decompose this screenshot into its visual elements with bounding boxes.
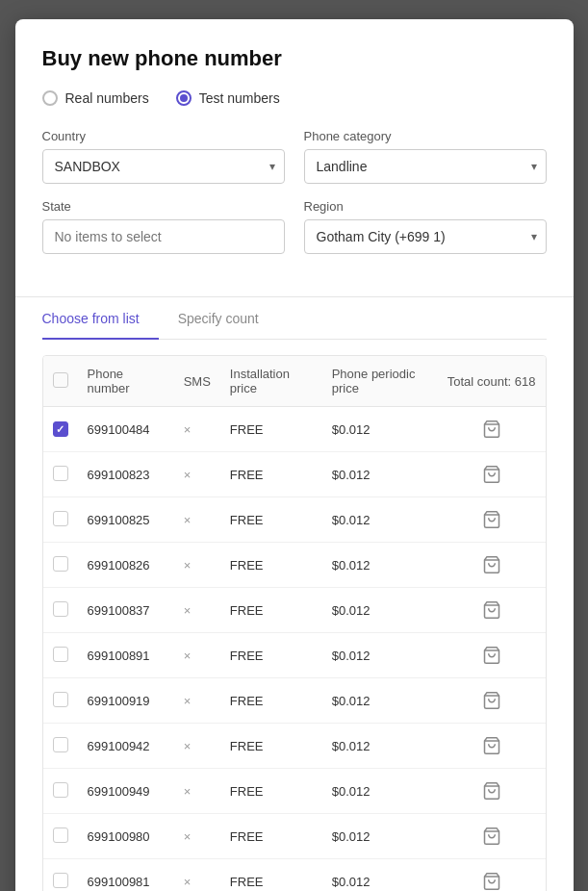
tab-bar: Choose from list Specify count <box>42 297 547 340</box>
table-row: 699100837 × FREE $0.012 <box>43 588 546 633</box>
table-row: 699100826 × FREE $0.012 <box>43 543 546 588</box>
header-periodic-price: Phone periodic price <box>322 356 438 407</box>
region-group: Region Gotham City (+699 1) ▾ <box>304 199 547 254</box>
real-numbers-label: Real numbers <box>65 90 149 106</box>
region-select-wrapper: Gotham City (+699 1) ▾ <box>304 219 547 254</box>
row-checkbox[interactable] <box>53 827 68 843</box>
country-category-row: Country SANDBOX ▾ Phone category Landlin… <box>42 129 547 184</box>
row-checkbox[interactable] <box>53 782 68 798</box>
row-checkbox[interactable] <box>53 737 68 752</box>
phone-category-select[interactable]: Landline <box>304 149 547 184</box>
periodic-price-cell: $0.012 <box>322 814 438 859</box>
installation-price-cell: FREE <box>220 814 322 859</box>
add-to-cart-icon[interactable] <box>447 600 536 620</box>
installation-price-cell: FREE <box>220 678 322 724</box>
table-row: 699100981 × FREE $0.012 <box>43 859 546 892</box>
header-total-count: Total count: 618 <box>438 356 546 407</box>
row-checkbox[interactable] <box>53 692 68 707</box>
phone-number-cell: 699100981 <box>78 859 174 892</box>
add-to-cart-icon[interactable] <box>447 736 536 755</box>
phone-category-group: Phone category Landline ▾ <box>304 129 547 184</box>
buy-phone-number-modal: Buy new phone number Real numbers Test n… <box>15 19 574 891</box>
row-checkbox[interactable] <box>53 421 68 437</box>
sms-cell: × <box>174 452 220 497</box>
row-checkbox-cell <box>43 407 78 452</box>
periodic-price-cell: $0.012 <box>322 452 438 497</box>
phone-numbers-table-wrapper: Phone number SMS Installation price Phon… <box>42 355 547 891</box>
installation-price-cell: FREE <box>220 724 322 769</box>
add-to-cart-icon[interactable] <box>447 781 536 801</box>
row-checkbox[interactable] <box>53 647 68 662</box>
country-label: Country <box>42 129 285 143</box>
row-checkbox[interactable] <box>53 466 68 481</box>
periodic-price-cell: $0.012 <box>322 588 438 633</box>
state-input[interactable] <box>42 219 285 254</box>
cart-cell <box>438 452 546 497</box>
sms-icon: × <box>184 739 192 753</box>
periodic-price-cell: $0.012 <box>322 678 438 724</box>
installation-price-cell: FREE <box>220 407 322 452</box>
test-numbers-radio[interactable] <box>176 90 192 106</box>
country-group: Country SANDBOX ▾ <box>42 129 285 184</box>
periodic-price-cell: $0.012 <box>322 497 438 543</box>
add-to-cart-icon[interactable] <box>447 827 536 846</box>
add-to-cart-icon[interactable] <box>447 420 536 439</box>
row-checkbox[interactable] <box>53 511 68 526</box>
add-to-cart-icon[interactable] <box>447 646 536 665</box>
phone-number-cell: 699100949 <box>78 769 174 814</box>
installation-price-cell: FREE <box>220 769 322 814</box>
sms-icon: × <box>184 468 192 482</box>
sms-icon: × <box>184 694 192 708</box>
table-row: 699100949 × FREE $0.012 <box>43 769 546 814</box>
installation-price-cell: FREE <box>220 497 322 543</box>
sms-icon: × <box>184 829 192 844</box>
add-to-cart-icon[interactable] <box>447 691 536 710</box>
row-checkbox[interactable] <box>53 873 68 888</box>
region-select[interactable]: Gotham City (+699 1) <box>304 219 547 254</box>
phone-number-cell: 699100823 <box>78 452 174 497</box>
tab-specify-count[interactable]: Specify count <box>159 297 278 340</box>
phone-number-cell: 699100919 <box>78 678 174 724</box>
state-group: State <box>42 199 285 254</box>
add-to-cart-icon[interactable] <box>447 510 536 529</box>
add-to-cart-icon[interactable] <box>447 555 536 574</box>
phone-numbers-table: Phone number SMS Installation price Phon… <box>43 356 546 891</box>
table-row: 699100825 × FREE $0.012 <box>43 497 546 543</box>
phone-numbers-tbody: 699100484 × FREE $0.012 <box>43 407 546 892</box>
cart-cell <box>438 407 546 452</box>
header-checkbox-cell <box>43 356 78 407</box>
tabs-section: Choose from list Specify count <box>15 297 574 340</box>
select-all-checkbox[interactable] <box>53 372 68 388</box>
installation-price-cell: FREE <box>220 633 322 678</box>
phone-number-cell: 699100980 <box>78 814 174 859</box>
phone-number-cell: 699100891 <box>78 633 174 678</box>
row-checkbox-cell <box>43 452 78 497</box>
country-select[interactable]: SANDBOX <box>42 149 285 184</box>
number-type-radio-group: Real numbers Test numbers <box>42 90 547 106</box>
sms-icon: × <box>184 422 192 437</box>
row-checkbox[interactable] <box>53 556 68 572</box>
header-phone-number: Phone number <box>78 356 174 407</box>
table-header: Phone number SMS Installation price Phon… <box>43 356 546 407</box>
real-numbers-option[interactable]: Real numbers <box>42 90 149 106</box>
row-checkbox[interactable] <box>53 601 68 617</box>
phone-category-label: Phone category <box>304 129 547 143</box>
phone-number-cell: 699100837 <box>78 588 174 633</box>
modal-title: Buy new phone number <box>42 46 547 71</box>
phone-number-cell: 699100825 <box>78 497 174 543</box>
table-row: 699100823 × FREE $0.012 <box>43 452 546 497</box>
installation-price-cell: FREE <box>220 452 322 497</box>
table-row: 699100919 × FREE $0.012 <box>43 678 546 724</box>
test-numbers-option[interactable]: Test numbers <box>176 90 280 106</box>
tab-choose-from-list[interactable]: Choose from list <box>42 297 159 340</box>
add-to-cart-icon[interactable] <box>447 465 536 484</box>
add-to-cart-icon[interactable] <box>447 872 536 891</box>
phone-number-cell: 699100484 <box>78 407 174 452</box>
installation-price-cell: FREE <box>220 859 322 892</box>
periodic-price-cell: $0.012 <box>322 859 438 892</box>
header-installation-price: Installation price <box>220 356 322 407</box>
state-label: State <box>42 199 285 214</box>
modal-header: Buy new phone number Real numbers Test n… <box>15 19 574 289</box>
real-numbers-radio[interactable] <box>42 90 58 106</box>
table-row: 699100891 × FREE $0.012 <box>43 633 546 678</box>
